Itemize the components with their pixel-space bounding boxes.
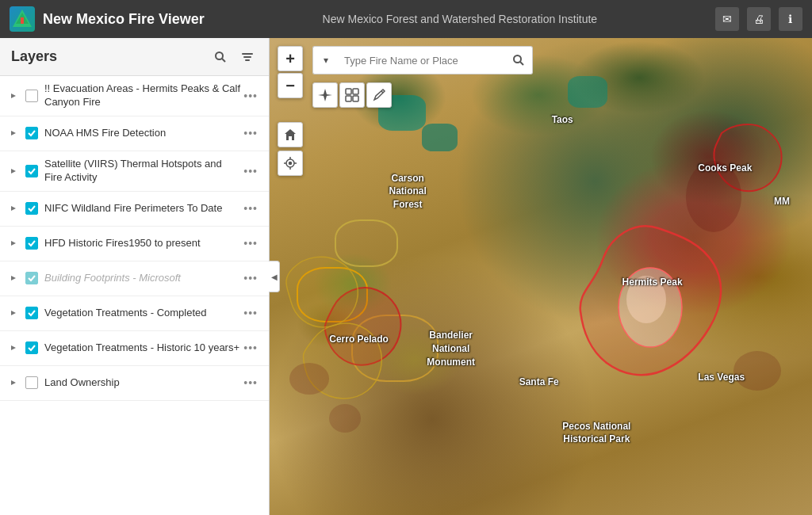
home-button[interactable] <box>278 122 303 147</box>
svg-line-4 <box>222 59 225 62</box>
svg-point-33 <box>289 162 292 165</box>
svg-point-19 <box>686 161 741 232</box>
svg-marker-10 <box>11 169 16 174</box>
layer-item-9[interactable]: Land Ownership••• <box>0 366 269 401</box>
layer-label-8: Vegetation Treatments - Historic 10 year… <box>44 341 240 355</box>
svg-marker-16 <box>11 380 16 385</box>
svg-point-23 <box>514 55 521 63</box>
sidebar-search-button[interactable] <box>210 47 231 67</box>
layer-menu-button-1[interactable]: ••• <box>240 88 261 104</box>
layer-checkbox-9[interactable] <box>25 376 38 389</box>
layer-checkbox-7[interactable] <box>25 307 38 319</box>
layer-menu-button-7[interactable]: ••• <box>240 305 261 321</box>
sidebar-filter-button[interactable] <box>237 47 258 67</box>
sidebar-collapse-button[interactable]: ◀ <box>269 261 280 292</box>
layer-expand-8[interactable] <box>8 342 19 353</box>
app-title: New Mexico Fire Viewer <box>43 11 205 28</box>
label-mm: MM <box>774 196 790 207</box>
layer-label-1: !! Evacuation Areas - Hermits Peaks & Ca… <box>44 82 240 109</box>
layer-expand-1[interactable] <box>8 90 19 101</box>
svg-marker-14 <box>11 311 16 315</box>
label-bandelier: BandelierNationalMonument <box>427 329 475 368</box>
email-button[interactable]: ✉ <box>715 7 739 31</box>
layer-checkbox-2[interactable] <box>25 127 38 139</box>
header-subtitle: New Mexico Forest and Watershed Restorat… <box>323 13 598 25</box>
layer-item-5[interactable]: HFD Historic Fires1950 to present••• <box>0 227 269 261</box>
svg-marker-11 <box>11 206 16 211</box>
layer-checkbox-4[interactable] <box>25 202 38 215</box>
layer-item-8[interactable]: Vegetation Treatments - Historic 10 year… <box>0 331 269 366</box>
layer-item-6[interactable]: Building Footprints - Microsoft••• <box>0 261 269 296</box>
zoom-in-button[interactable]: + <box>278 46 303 71</box>
layer-menu-button-4[interactable]: ••• <box>240 200 261 216</box>
layer-expand-9[interactable] <box>8 377 19 388</box>
svg-rect-29 <box>353 96 358 101</box>
print-button[interactable]: 🖨 <box>747 7 771 31</box>
svg-rect-27 <box>353 89 358 94</box>
zoom-out-button[interactable]: − <box>278 73 303 98</box>
label-santa-fe: Santa Fe <box>519 376 559 387</box>
search-dropdown-button[interactable]: ▾ <box>312 46 338 74</box>
search-submit-button[interactable] <box>504 46 533 74</box>
svg-rect-2 <box>21 17 24 24</box>
main-content: Layers !! Evacuation Areas - Her <box>0 38 812 515</box>
draw-button[interactable] <box>366 82 392 108</box>
svg-point-20 <box>733 351 781 391</box>
info-button[interactable]: ℹ <box>779 7 802 31</box>
svg-point-17 <box>619 268 682 347</box>
svg-marker-31 <box>285 129 296 140</box>
search-input[interactable] <box>338 46 504 74</box>
layer-item-4[interactable]: NIFC Wildland Fire Perimeters To Date••• <box>0 192 269 227</box>
layer-menu-button-2[interactable]: ••• <box>240 125 261 141</box>
layer-checkbox-1[interactable] <box>25 90 38 102</box>
navigate-button[interactable] <box>312 82 338 108</box>
label-carson-national-forest: CarsonNationalForest <box>389 172 426 212</box>
basemap-button[interactable] <box>339 82 365 108</box>
layer-item-7[interactable]: Vegetation Treatments - Completed••• <box>0 296 269 331</box>
svg-marker-25 <box>318 89 332 101</box>
layer-item-3[interactable]: Satellite (VIIRS) Thermal Hotspots and F… <box>0 151 269 192</box>
layer-expand-7[interactable] <box>8 307 19 319</box>
layer-menu-button-3[interactable]: ••• <box>240 163 261 179</box>
layer-menu-button-5[interactable]: ••• <box>240 235 261 251</box>
layer-checkbox-3[interactable] <box>25 165 38 177</box>
layer-expand-5[interactable] <box>8 238 19 249</box>
layer-menu-button-6[interactable]: ••• <box>240 270 261 286</box>
layer-label-4: NIFC Wildland Fire Perimeters To Date <box>44 202 240 216</box>
layer-menu-button-8[interactable]: ••• <box>240 340 261 356</box>
locate-button[interactable] <box>278 151 303 176</box>
svg-rect-5 <box>242 53 253 55</box>
layer-label-9: Land Ownership <box>44 376 240 390</box>
svg-rect-7 <box>245 59 250 61</box>
sidebar-title: Layers <box>11 48 57 65</box>
layer-expand-3[interactable] <box>8 166 19 177</box>
label-cooks-peak: Cooks Peak <box>698 162 752 174</box>
svg-point-21 <box>289 363 329 395</box>
label-pecos: Pecos NationalHistorical Park <box>562 420 630 447</box>
layer-checkbox-8[interactable] <box>25 341 38 354</box>
svg-point-3 <box>216 52 223 59</box>
label-hermits-peak: Hermits Peak <box>622 277 683 288</box>
header-left: New Mexico Fire Viewer <box>10 6 205 32</box>
svg-marker-13 <box>11 276 16 280</box>
svg-marker-9 <box>11 131 16 135</box>
zoom-controls: + − <box>278 46 303 98</box>
layer-label-2: NOAA HMS Fire Detection <box>44 127 240 140</box>
layer-expand-4[interactable] <box>8 203 19 214</box>
layer-menu-button-9[interactable]: ••• <box>240 375 261 391</box>
layer-label-3: Satellite (VIIRS) Thermal Hotspots and F… <box>44 158 240 185</box>
fire-perimeters-overlay <box>270 38 812 515</box>
layer-checkbox-5[interactable] <box>25 237 38 250</box>
layer-checkbox-6[interactable] <box>25 272 38 284</box>
map-area[interactable]: CarsonNationalForest Taos Cooks Peak Her… <box>270 38 812 515</box>
layer-item-2[interactable]: NOAA HMS Fire Detection••• <box>0 116 269 151</box>
layer-expand-6[interactable] <box>8 273 19 284</box>
svg-marker-12 <box>11 241 16 246</box>
layer-expand-2[interactable] <box>8 128 19 139</box>
svg-marker-15 <box>11 345 16 350</box>
svg-rect-6 <box>243 56 251 58</box>
map-tools <box>312 82 392 108</box>
header-actions: ✉ 🖨 ℹ <box>715 7 802 31</box>
layer-item-1[interactable]: !! Evacuation Areas - Hermits Peaks & Ca… <box>0 76 269 116</box>
layer-label-7: Vegetation Treatments - Completed <box>44 307 240 320</box>
